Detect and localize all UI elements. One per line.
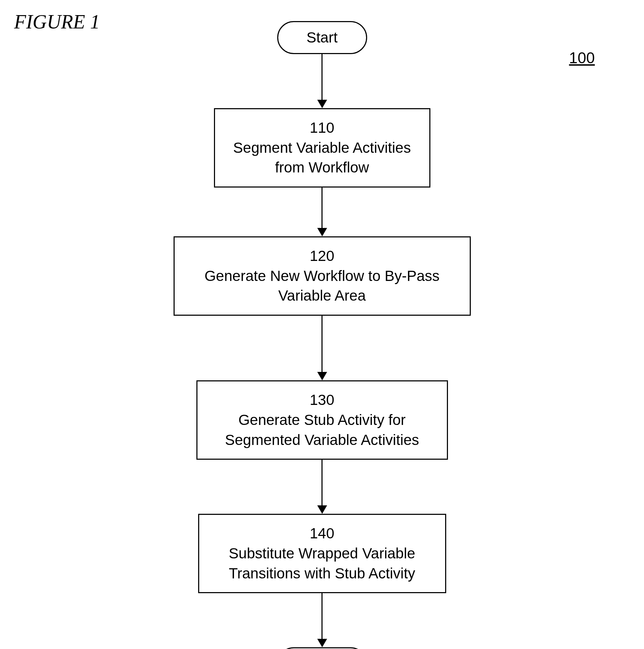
end-terminal: End — [277, 647, 367, 649]
process-step-130: 130 Generate Stub Activity for Segmented… — [196, 380, 448, 460]
step-text: Segment Variable Activities from Workflo… — [233, 139, 411, 176]
arrow-head-icon — [317, 639, 327, 647]
arrow-head-icon — [317, 228, 327, 236]
arrow — [317, 54, 327, 108]
arrow-line — [321, 54, 323, 100]
step-text: Generate New Workflow to By-Pass Variabl… — [204, 268, 440, 304]
arrow-head-icon — [317, 505, 327, 514]
step-number: 120 — [189, 246, 456, 266]
step-text: Substitute Wrapped Variable Transitions … — [229, 545, 415, 582]
arrow-head-icon — [317, 100, 327, 108]
arrow — [317, 593, 327, 647]
arrow — [317, 460, 327, 514]
arrow-line — [321, 316, 323, 372]
step-number: 140 — [213, 524, 431, 544]
arrow — [317, 316, 327, 380]
step-number: 130 — [212, 390, 433, 410]
figure-number: 100 — [569, 49, 595, 67]
figure-label: FIGURE 1 — [14, 11, 100, 33]
process-step-140: 140 Substitute Wrapped Variable Transiti… — [198, 514, 446, 593]
start-terminal: Start — [277, 21, 367, 54]
arrow-line — [321, 593, 323, 639]
process-step-120: 120 Generate New Workflow to By-Pass Var… — [174, 236, 471, 316]
step-text: Generate Stub Activity for Segmented Var… — [225, 412, 419, 448]
arrow — [317, 188, 327, 236]
process-step-110: 110 Segment Variable Activities from Wor… — [214, 108, 430, 188]
arrow-line — [321, 188, 323, 228]
step-number: 110 — [229, 118, 415, 138]
flowchart-container: Start 110 Segment Variable Activities fr… — [14, 21, 630, 649]
arrow-line — [321, 460, 323, 505]
arrow-head-icon — [317, 372, 327, 380]
